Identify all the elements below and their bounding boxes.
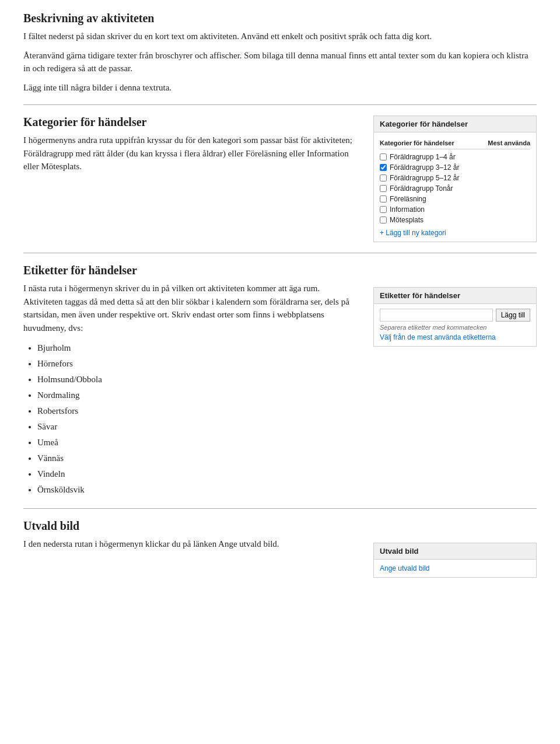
category-checkbox[interactable] <box>380 153 387 160</box>
category-label: Föräldragrupp 3–12 år <box>390 163 459 172</box>
etiketter-row: Etiketter för händelser I nästa ruta i h… <box>23 264 537 498</box>
kategorier-col2: Mest använda <box>488 139 530 146</box>
list-item: Vindeln <box>37 466 356 482</box>
utvald-widget: Utvald bild Ange utvald bild <box>373 543 537 578</box>
etiketter-heading: Etiketter för händelser <box>23 264 356 277</box>
etiketter-section: Etiketter för händelser I nästa ruta i h… <box>23 264 537 498</box>
category-checkbox[interactable] <box>380 216 387 223</box>
utvald-row: Utvald bild I den nedersta rutan i höger… <box>23 519 537 578</box>
category-label: Föräldragrupp 5–12 år <box>390 174 459 182</box>
list-item: Robertsfors <box>37 403 356 419</box>
list-item: Sävar <box>37 419 356 435</box>
category-label: Föreläsning <box>390 195 426 203</box>
category-checkbox[interactable] <box>380 195 387 202</box>
kategorier-table-header: Kategorier för händelser Mest använda <box>380 137 530 149</box>
beskrivning-para2: Återanvänd gärna tidigare texter från br… <box>23 49 537 75</box>
etiketter-hint: Separera etiketter med kommatecken <box>380 324 530 331</box>
kategorier-section: Kategorier för händelser I högermenyns a… <box>23 116 537 242</box>
category-label: Information <box>390 205 425 214</box>
divider-3 <box>23 508 537 509</box>
utvald-para: I den nedersta rutan i högermenyn klicka… <box>23 537 356 551</box>
list-item: Holmsund/Obbola <box>37 372 356 387</box>
utvald-widget-body: Ange utvald bild <box>374 560 536 577</box>
checkbox-row: Information <box>380 204 530 215</box>
list-item: Vännäs <box>37 450 356 466</box>
kategorier-heading: Kategorier för händelser <box>23 116 356 129</box>
beskrivning-heading: Beskrivning av aktiviteten <box>23 12 537 25</box>
kategorier-text-col: Kategorier för händelser I högermenyns a… <box>23 116 356 179</box>
checkbox-row: Mötesplats <box>380 215 530 225</box>
list-item: Hörnefors <box>37 356 356 372</box>
etiketter-popular-link[interactable]: Välj från de mest använda etiketterna <box>380 333 496 341</box>
utvald-heading: Utvald bild <box>23 519 356 533</box>
kategorier-widget: Kategorier för händelser Kategorier för … <box>373 116 537 242</box>
category-checkbox[interactable] <box>380 206 387 213</box>
category-label: Föräldragrupp Tonår <box>390 184 453 193</box>
kategorier-checkboxes: Föräldragrupp 1–4 årFöräldragrupp 3–12 å… <box>380 152 530 225</box>
etiketter-text-col: Etiketter för händelser I nästa ruta i h… <box>23 264 356 498</box>
divider-1 <box>23 104 537 105</box>
etiketter-add-button[interactable]: Lägg till <box>496 309 530 322</box>
etiketter-widget: Etiketter för händelser Lägg till Separe… <box>373 287 537 347</box>
beskrivning-para3: Lägg inte till några bilder i denna text… <box>23 81 537 95</box>
etiketter-widget-title: Etiketter för händelser <box>374 288 536 304</box>
category-label: Mötesplats <box>390 216 424 224</box>
beskrivning-para1: I fältet nederst på sidan skriver du en … <box>23 30 537 43</box>
divider-2 <box>23 253 537 253</box>
list-item: Bjurholm <box>37 340 356 356</box>
utvald-link[interactable]: Ange utvald bild <box>380 564 429 572</box>
checkbox-row: Föreläsning <box>380 194 530 204</box>
kategorier-col1: Kategorier för händelser <box>380 139 454 146</box>
kategorier-widget-body: Kategorier för händelser Mest använda Fö… <box>374 132 536 242</box>
list-item: Örnsköldsvik <box>37 482 356 498</box>
kategorier-row: Kategorier för händelser I högermenyns a… <box>23 116 537 242</box>
add-category-link[interactable]: + Lägg till ny kategori <box>380 229 446 237</box>
list-item: Nordmaling <box>37 387 356 403</box>
beskrivning-section: Beskrivning av aktiviteten I fältet nede… <box>23 12 537 94</box>
etiketter-widget-body: Lägg till Separera etiketter med kommate… <box>374 304 536 346</box>
checkbox-row: Föräldragrupp 1–4 år <box>380 152 530 162</box>
checkbox-row: Föräldragrupp 3–12 år <box>380 162 530 173</box>
etiketter-input[interactable] <box>380 309 493 322</box>
etiketter-places-list: BjurholmHörneforsHolmsund/ObbolaNordmali… <box>23 340 356 498</box>
kategorier-para: I högermenyns andra ruta uppifrån kryssa… <box>23 134 356 173</box>
category-label: Föräldragrupp 1–4 år <box>390 153 456 161</box>
utvald-section: Utvald bild I den nedersta rutan i höger… <box>23 519 537 578</box>
list-item: Umeå <box>37 435 356 450</box>
category-checkbox[interactable] <box>380 174 387 181</box>
etiketter-input-row: Lägg till <box>380 309 530 322</box>
utvald-widget-title: Utvald bild <box>374 543 536 560</box>
checkbox-row: Föräldragrupp 5–12 år <box>380 173 530 183</box>
category-checkbox[interactable] <box>380 185 387 192</box>
checkbox-row: Föräldragrupp Tonår <box>380 183 530 194</box>
category-checkbox[interactable] <box>380 164 387 171</box>
utvald-text-col: Utvald bild I den nedersta rutan i höger… <box>23 519 356 557</box>
kategorier-widget-title: Kategorier för händelser <box>374 116 536 132</box>
etiketter-para1: I nästa ruta i högermenyn skriver du in … <box>23 282 356 334</box>
